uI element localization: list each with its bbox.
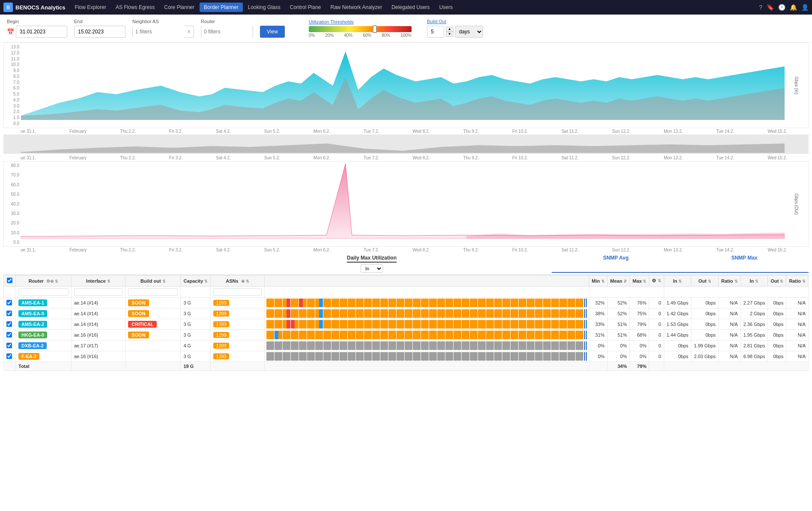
bell-icon[interactable]: 🔔 <box>790 4 797 11</box>
asn-badge[interactable]: 1299 <box>213 300 229 306</box>
help-icon[interactable]: ? <box>759 4 762 11</box>
asn-badge[interactable]: 1299 <box>213 332 229 338</box>
nav-delegated-users[interactable]: Delegated Users <box>387 3 434 12</box>
row-snmp-max-out: 0bps <box>768 319 786 330</box>
view-button[interactable]: View <box>260 26 285 38</box>
heatmap-block <box>571 299 575 307</box>
calendar-icon[interactable]: 📅 <box>7 28 14 35</box>
slider-thumb[interactable] <box>373 25 377 33</box>
filter-asns[interactable] <box>213 288 261 296</box>
asn-badge[interactable]: 1299 <box>213 311 229 317</box>
th-snmp-max-in[interactable]: In ⇅ <box>740 275 768 287</box>
nav-looking-glass[interactable]: Looking Glass <box>244 3 285 12</box>
controls-bar: Begin 📅 End Neighbor AS ✕ Router View <box>0 15 812 42</box>
row-checkbox[interactable] <box>6 332 12 338</box>
th-mean[interactable]: Mean ⇵ <box>607 275 630 287</box>
nav-raw-network-analyzer[interactable]: Raw Network Analyzer <box>326 3 386 12</box>
util-thresholds-label[interactable]: Utilization Thresholds <box>309 19 412 24</box>
heatmap-block <box>384 309 388 318</box>
build-badge[interactable]: SOON <box>128 310 149 317</box>
begin-input[interactable] <box>16 26 67 38</box>
nav-border-planner[interactable]: Border Planner <box>200 3 243 12</box>
heatmap-block <box>303 331 307 339</box>
in-out-select[interactable]: In Out <box>361 264 383 273</box>
heatmap-block <box>278 299 282 307</box>
heatmap-block <box>340 331 343 339</box>
asn-badge[interactable]: 1299 <box>213 353 229 359</box>
build-out-up[interactable]: ▲ <box>446 27 454 32</box>
th-min[interactable]: Min ⇅ <box>589 275 607 287</box>
build-out-down[interactable]: ▼ <box>446 32 454 37</box>
history-icon[interactable]: 🕐 <box>778 4 785 11</box>
th-max[interactable]: Max ⇅ <box>630 275 649 287</box>
chart-navigator[interactable] <box>3 134 809 154</box>
asn-badge[interactable]: 1299 <box>213 321 229 327</box>
row-router: AMS-EA-1 <box>16 298 72 308</box>
router-input[interactable] <box>201 26 253 38</box>
heatmap-block <box>327 309 331 318</box>
nav-users[interactable]: Users <box>435 3 457 12</box>
heatmap-block <box>494 331 498 339</box>
th-snmp-avg-in[interactable]: In ⇅ <box>664 275 691 287</box>
th-snmp-max-out[interactable]: Out ⇅ <box>768 275 786 287</box>
nav-as-flows-egress[interactable]: AS Flows Egress <box>111 3 159 12</box>
th-snmp-avg-out[interactable]: Out ⇅ <box>691 275 719 287</box>
neighbor-as-clear[interactable]: ✕ <box>184 29 194 35</box>
heatmap-block <box>441 309 445 318</box>
bookmark-icon[interactable]: 🔖 <box>767 4 774 11</box>
filter-interface[interactable] <box>74 288 122 296</box>
build-badge[interactable]: CRITICAL <box>128 321 157 328</box>
build-badge[interactable]: SOON <box>128 299 149 306</box>
filter-router[interactable] <box>18 288 69 296</box>
router-badge[interactable]: AMS-EA-0 <box>18 310 47 317</box>
brand-name: BENOCS Analytics <box>15 4 66 11</box>
row-min: 0% <box>589 341 607 351</box>
row-build-out <box>125 351 181 362</box>
heatmap-block <box>576 331 579 339</box>
row-checkbox[interactable] <box>6 353 12 359</box>
router-badge[interactable]: AMS-EA-2 <box>18 321 47 328</box>
th-build-out[interactable]: Build out ⇅ <box>125 275 181 287</box>
heatmap-block <box>470 299 474 307</box>
row-checkbox[interactable] <box>6 311 12 316</box>
th-util[interactable]: ⚙ ⇅ <box>649 275 664 287</box>
nav-flow-explorer[interactable]: Flow Explorer <box>71 3 110 12</box>
router-badge[interactable]: AMS-EA-1 <box>18 299 47 306</box>
th-router[interactable]: Router ⚙⊕ ⇅ <box>16 275 72 287</box>
asn-badge[interactable]: 1299 <box>213 343 229 349</box>
nav-control-plane[interactable]: Control Plane <box>286 3 325 12</box>
user-icon[interactable]: 👤 <box>801 4 809 11</box>
build-out-unit[interactable]: days weeks <box>455 26 483 38</box>
build-out-input[interactable] <box>427 26 444 38</box>
filter-td-heatmap <box>264 287 589 298</box>
chart-out-canvas <box>21 161 785 246</box>
th-snmp-avg-ratio[interactable]: Ratio ⇅ <box>719 275 741 287</box>
th-interface[interactable]: Interface ⇅ <box>71 275 125 287</box>
nav-core-planner[interactable]: Core Planner <box>160 3 199 12</box>
table-section: Daily Max Utilization In Out SNMP Avg SN… <box>0 253 812 378</box>
build-badge[interactable]: SOON <box>128 332 149 338</box>
select-all-checkbox[interactable] <box>7 278 12 283</box>
total-mean: 34% <box>607 362 630 371</box>
neighbor-as-input[interactable] <box>133 26 184 38</box>
router-badge[interactable]: DXB-EA-2 <box>18 342 47 349</box>
th-snmp-max-ratio[interactable]: Ratio ⇅ <box>786 275 809 287</box>
filter-build[interactable] <box>128 288 178 296</box>
th-capacity[interactable]: Capacity ⇅ <box>181 275 211 287</box>
router-badge[interactable]: F-EA-2 <box>18 353 39 360</box>
daily-max-group: Daily Max Utilization In Out <box>269 255 475 273</box>
row-checkbox[interactable] <box>6 300 12 305</box>
row-checkbox[interactable] <box>6 343 12 348</box>
router-settings-icon[interactable]: ⚙⊕ <box>46 279 54 284</box>
heatmap-block <box>323 309 327 318</box>
row-checkbox[interactable] <box>6 321 12 327</box>
asns-icon[interactable]: ⊕ <box>241 279 245 284</box>
heatmap-block <box>482 331 486 339</box>
heatmap-block <box>462 299 466 307</box>
th-asns[interactable]: ASNs ⊕ ⇅ <box>211 275 264 287</box>
build-out-label[interactable]: Build Out <box>427 19 483 24</box>
router-badge[interactable]: HKG-EA-0 <box>18 332 47 338</box>
heatmap-block <box>343 309 347 318</box>
end-input[interactable] <box>74 26 125 38</box>
heatmap-block <box>547 299 551 307</box>
